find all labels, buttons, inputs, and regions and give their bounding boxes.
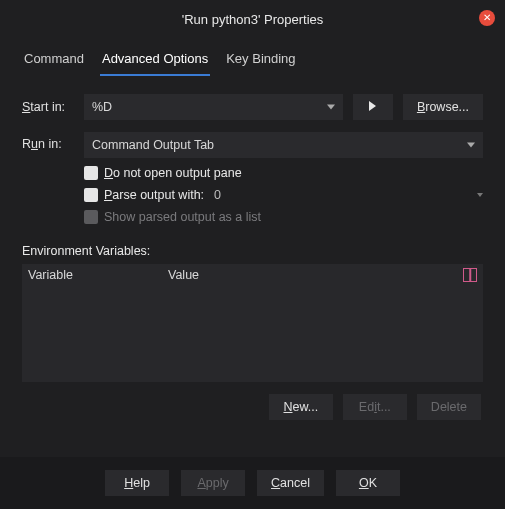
- cancel-button[interactable]: Cancel: [257, 470, 324, 496]
- play-button[interactable]: [353, 94, 393, 120]
- runin-label: Run in:: [22, 132, 74, 151]
- chevron-down-icon: [327, 105, 335, 110]
- delete-button: Delete: [417, 394, 481, 420]
- dialog-title: 'Run python3' Properties: [0, 0, 505, 27]
- runin-select[interactable]: Command Output Tab: [84, 132, 483, 158]
- dialog-footer: Help Apply Cancel OK: [0, 457, 505, 509]
- tab-advanced-options[interactable]: Advanced Options: [100, 45, 210, 76]
- close-icon[interactable]: ✕: [479, 10, 495, 26]
- startin-input[interactable]: %D: [84, 94, 343, 120]
- tab-key-binding[interactable]: Key Binding: [224, 45, 297, 76]
- properties-dialog: ✕ 'Run python3' Properties Command Advan…: [0, 0, 505, 509]
- showparsed-row: Show parsed output as a list: [84, 210, 483, 224]
- runin-value: Command Output Tab: [92, 138, 214, 152]
- envvars-label: Environment Variables:: [22, 244, 483, 258]
- new-button[interactable]: New...: [269, 394, 333, 420]
- browse-button[interactable]: Browse...: [403, 94, 483, 120]
- tab-command[interactable]: Command: [22, 45, 86, 76]
- chevron-down-icon: [467, 143, 475, 148]
- startin-value: %D: [92, 100, 112, 114]
- chevron-down-icon: [477, 193, 483, 197]
- checkbox-donotopen[interactable]: [84, 166, 98, 180]
- edit-button: Edit...: [343, 394, 407, 420]
- parse-label: Parse output with:: [104, 188, 204, 202]
- checkbox-showparsed: [84, 210, 98, 224]
- columns-icon[interactable]: [463, 268, 477, 282]
- ok-button[interactable]: OK: [336, 470, 400, 496]
- startin-row: Start in: %D Browse...: [22, 94, 483, 120]
- apply-button: Apply: [181, 470, 245, 496]
- checkbox-parse[interactable]: [84, 188, 98, 202]
- donotopen-row: Do not open output pane: [84, 166, 483, 180]
- startin-label: Start in:: [22, 100, 74, 114]
- env-table[interactable]: Variable Value: [22, 264, 483, 382]
- tab-content: Start in: %D Browse... Run in: Command O…: [0, 76, 505, 420]
- col-variable[interactable]: Variable: [28, 268, 168, 282]
- col-value[interactable]: Value: [168, 268, 463, 282]
- play-icon: [369, 101, 376, 111]
- donotopen-label: Do not open output pane: [104, 166, 242, 180]
- parse-row: Parse output with: 0: [84, 188, 483, 202]
- env-table-header: Variable Value: [22, 264, 483, 286]
- env-buttons: New... Edit... Delete: [22, 394, 483, 420]
- tab-bar: Command Advanced Options Key Binding: [0, 27, 505, 76]
- showparsed-label: Show parsed output as a list: [104, 210, 261, 224]
- parse-value[interactable]: 0: [214, 188, 221, 202]
- runin-row: Run in: Command Output Tab Do not open o…: [22, 132, 483, 232]
- help-button[interactable]: Help: [105, 470, 169, 496]
